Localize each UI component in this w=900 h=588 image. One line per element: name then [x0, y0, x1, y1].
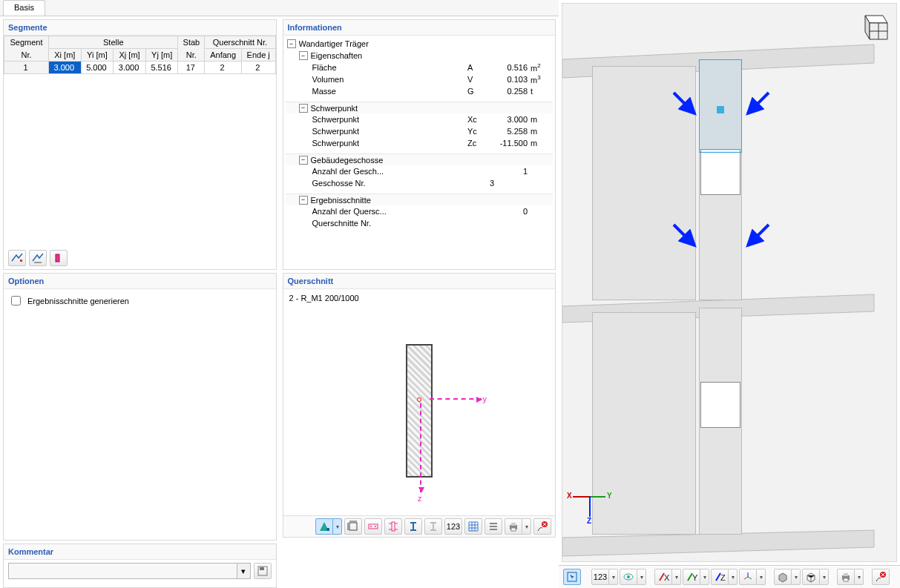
qs-i-icon[interactable] — [404, 518, 422, 535]
svg-rect-12 — [511, 523, 516, 526]
kommentar-dropdown-icon[interactable]: ▾ — [237, 563, 251, 579]
svg-point-9 — [375, 526, 376, 527]
ergebnisschnitte-checkbox[interactable]: Ergebnisschnitte generieren — [8, 294, 272, 308]
3d-viewport[interactable]: X Y Z — [562, 3, 897, 562]
kommentar-save-icon[interactable] — [254, 563, 272, 579]
svg-text:Y: Y — [692, 573, 697, 582]
vp-axis-z-icon[interactable]: Z — [711, 569, 729, 585]
svg-rect-6 — [349, 523, 357, 530]
qs-grey-i-icon[interactable] — [424, 518, 442, 535]
vp-view-iso-icon[interactable] — [774, 569, 792, 585]
viewport-toolbar: 123 X Y Z — [559, 565, 900, 588]
panel-title-segmente: Segmente — [4, 20, 276, 36]
vp-show-icon[interactable] — [620, 569, 637, 585]
svg-text:Z: Z — [720, 573, 726, 582]
panel-title-kommentar: Kommentar — [4, 544, 276, 560]
svg-point-29 — [627, 575, 630, 578]
panel-title-optionen: Optionen — [4, 274, 276, 289]
vp-print-icon[interactable] — [837, 569, 855, 585]
svg-rect-7 — [369, 524, 378, 529]
panel-title-querschnitt: Querschnitt — [283, 274, 556, 289]
panel-title-informationen: Informationen — [283, 20, 556, 36]
querschnitt-name: 2 - R_M1 200/1000 — [283, 289, 556, 307]
vp-cancel-icon[interactable] — [872, 569, 890, 585]
qs-numbers-icon[interactable]: 123 — [444, 518, 462, 535]
qs-print-icon[interactable] — [505, 518, 522, 535]
svg-text:X: X — [664, 573, 669, 582]
tree-toggle-icon[interactable]: − — [299, 196, 308, 205]
svg-rect-0 — [20, 260, 22, 262]
svg-rect-36 — [844, 573, 848, 576]
qs-list-icon[interactable] — [485, 518, 502, 535]
qs-labels-icon[interactable] — [364, 518, 382, 535]
svg-rect-10 — [392, 522, 395, 531]
table-row[interactable]: 1 3.000 5.000 3.000 5.516 17 2 2 — [4, 62, 276, 74]
vp-select-icon[interactable] — [563, 569, 581, 585]
qs-profile-icon[interactable] — [315, 518, 333, 535]
tab-basis[interactable]: Basis — [3, 0, 45, 16]
nav-cube-icon[interactable] — [856, 8, 892, 44]
vp-axis-all-icon[interactable] — [739, 569, 757, 585]
svg-rect-5 — [326, 528, 329, 531]
kommentar-input[interactable] — [8, 563, 237, 579]
qs-toolbar: 123 — [283, 515, 556, 537]
vp-view-wire-icon[interactable] — [802, 569, 820, 585]
svg-rect-1 — [56, 254, 59, 262]
qs-dim-icon[interactable] — [344, 518, 362, 535]
svg-rect-3 — [260, 567, 264, 570]
svg-rect-13 — [511, 528, 516, 531]
info-tree: −Wandartiger Träger −Eigenschaften Fläch… — [283, 36, 556, 269]
tab-strip: Basis — [0, 0, 280, 16]
vp-axis-y-icon[interactable]: Y — [683, 569, 700, 585]
svg-marker-33 — [779, 573, 786, 582]
vp-numbers-icon[interactable]: 123 — [591, 569, 609, 585]
seg-tool-3-icon[interactable] — [50, 250, 68, 266]
qs-stress-icon[interactable] — [384, 518, 402, 535]
tree-toggle-icon[interactable]: − — [299, 104, 308, 113]
tree-toggle-icon[interactable]: − — [287, 39, 296, 48]
svg-point-8 — [370, 526, 372, 527]
svg-rect-37 — [844, 578, 848, 581]
querschnitt-view[interactable]: y z — [283, 307, 556, 515]
qs-cancel-icon[interactable] — [533, 518, 551, 535]
seg-tool-1-icon[interactable] — [8, 250, 26, 266]
axis-tripod-icon: X Y Z — [567, 474, 611, 518]
segmente-table[interactable]: Segment Stelle Stab Querschnitt Nr. Nr. … — [4, 36, 276, 74]
seg-tool-2-icon[interactable] — [29, 250, 47, 266]
tree-toggle-icon[interactable]: − — [299, 156, 308, 165]
tree-toggle-icon[interactable]: − — [299, 51, 308, 60]
vp-axis-x-icon[interactable]: X — [654, 569, 672, 585]
qs-grid-icon[interactable] — [464, 518, 482, 535]
